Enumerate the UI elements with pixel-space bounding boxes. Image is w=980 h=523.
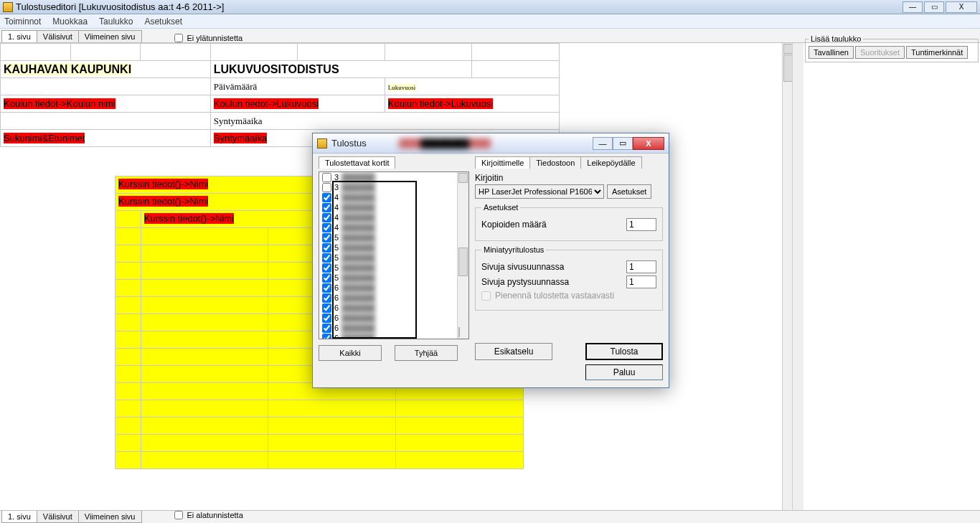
list-checkbox[interactable] (322, 243, 331, 253)
field-birth[interactable]: Syntymäaika (214, 133, 267, 143)
btn-preview[interactable]: Esikatselu (475, 343, 552, 360)
chk-shrink-input (481, 291, 491, 301)
cards-listbox[interactable]: 3 ██████ 3 ██████ 4 ██████ 4 ██████ 4 ██… (319, 171, 469, 339)
btn-clear-all[interactable]: Tyhjää (395, 345, 458, 361)
tab-middle-pages[interactable]: Välisivut (37, 30, 79, 42)
printer-select[interactable]: HP LaserJet Professional P1606dn (475, 184, 604, 199)
window-controls: — ▭ X (903, 1, 977, 13)
list-checkbox[interactable] (322, 303, 331, 313)
btn-performance-table: Suoritukset (855, 46, 905, 59)
org-name[interactable]: KAUHAVAN KAUPUNKI (4, 63, 131, 75)
main-titlebar: Tulostuseditori [Lukuvuositodistus aa:t … (0, 0, 980, 14)
tab-printable-cards[interactable]: Tulostettavat kortit (319, 156, 395, 169)
list-checkbox[interactable] (322, 324, 331, 333)
tab-first-page[interactable]: 1. sivu (1, 30, 37, 42)
scroll-thumb[interactable] (793, 43, 804, 258)
no-header-checkbox[interactable]: Ei ylätunnistetta (174, 34, 243, 42)
tab-to-file[interactable]: Tiedostoon (529, 156, 581, 169)
chk-shrink: Pienennä tulostetta vastaavasti (481, 291, 656, 301)
btn-printer-settings[interactable]: Asetukset (607, 184, 651, 199)
scroll-up-icon[interactable] (458, 173, 468, 183)
minimize-button[interactable]: — (903, 1, 923, 13)
group-settings: Asetukset Kopioiden määrä (475, 203, 663, 241)
tab-first-page-b[interactable]: 1. sivu (1, 511, 37, 523)
btn-hours-table[interactable]: Tuntimerkinnät (906, 46, 968, 59)
tab-middle-pages-b[interactable]: Välisivut (37, 511, 79, 523)
maximize-button[interactable]: ▭ (924, 1, 944, 13)
list-checkbox[interactable] (322, 314, 331, 323)
label-date: Päivämäärä (210, 78, 385, 95)
no-footer-checkbox[interactable]: Ei alatunnistetta (174, 511, 243, 519)
list-item[interactable]: 5 ██████ (319, 253, 457, 263)
outer-scrollbar[interactable] (792, 43, 804, 510)
list-item[interactable]: 4 ██████ (319, 192, 457, 202)
list-item[interactable]: 4 ██████ (319, 202, 457, 212)
list-checkbox[interactable] (322, 253, 331, 263)
list-item[interactable]: 6 ██████ (319, 303, 457, 313)
list-item[interactable]: 5 ██████ (319, 263, 457, 273)
label-birth: Syntymäaika (210, 113, 559, 130)
no-header-input[interactable] (174, 34, 183, 42)
list-scrollbar[interactable] (457, 172, 468, 339)
list-checkbox[interactable] (322, 183, 331, 192)
list-checkbox[interactable] (322, 173, 331, 182)
list-item[interactable]: 6 ██████ (319, 323, 457, 333)
field-school[interactable]: Koulun tiedot->Koulun nimi (4, 98, 116, 109)
label-pages-across: Sivuja sivusuunnassa (481, 262, 564, 272)
field-year-b[interactable]: Koulun tiedot->Lukuvuosi (388, 98, 493, 109)
menu-asetukset[interactable]: Asetukset (144, 17, 182, 27)
list-item[interactable]: 5 ██████ (319, 242, 457, 253)
list-item[interactable]: 3 ██████ (319, 172, 457, 182)
dialog-minimize-button[interactable]: — (593, 137, 613, 150)
tab-to-clipboard[interactable]: Leikepöydälle (580, 156, 641, 169)
list-checkbox[interactable] (322, 283, 331, 293)
menu-taulukko[interactable]: Taulukko (99, 17, 133, 27)
scroll-thumb[interactable] (458, 248, 468, 276)
menu-toiminnot[interactable]: Toiminnot (4, 17, 41, 27)
list-checkbox[interactable] (322, 263, 331, 273)
input-copies[interactable] (626, 218, 656, 231)
dialog-close-button[interactable]: X (633, 137, 664, 150)
field-course-3[interactable]: Kurssin tiedot()->Nimi (144, 213, 234, 224)
btn-select-all[interactable]: Kaikki (319, 345, 382, 361)
list-item[interactable]: 6 ██████ (319, 333, 457, 339)
btn-print[interactable]: Tulosta (585, 343, 663, 360)
list-item[interactable]: 6 ██████ (319, 313, 457, 323)
menubar: Toiminnot Muokkaa Taulukko Asetukset (0, 14, 980, 29)
list-checkbox[interactable] (322, 334, 331, 339)
list-item[interactable]: 5 ██████ (319, 273, 457, 283)
tab-last-page-b[interactable]: Viimeinen sivu (78, 511, 142, 523)
menu-muokkaa[interactable]: Muokkaa (52, 17, 88, 27)
field-course-2[interactable]: Kurssin tiedot()->Nimi (118, 196, 208, 207)
close-button[interactable]: X (946, 1, 977, 13)
btn-basic-table[interactable]: Tavallinen (809, 46, 854, 59)
list-checkbox[interactable] (322, 203, 331, 212)
list-item[interactable]: 6 ██████ (319, 293, 457, 303)
field-name[interactable]: Sukunimi&Etunimet (4, 133, 85, 143)
no-footer-input[interactable] (174, 511, 183, 519)
btn-return[interactable]: Paluu (585, 364, 663, 380)
tab-to-printer[interactable]: Kirjoittimelle (475, 156, 530, 169)
list-item[interactable]: 5 ██████ (319, 232, 457, 242)
cards-tabs: Tulostettavat kortit (319, 156, 469, 169)
input-pages-across[interactable] (626, 260, 656, 273)
list-checkbox[interactable] (322, 213, 331, 222)
list-checkbox[interactable] (322, 293, 331, 303)
field-course-1[interactable]: Kurssin tiedot()->Nimi (118, 179, 208, 189)
list-item[interactable]: 3 ██████ (319, 182, 457, 192)
doc-title[interactable]: LUKUVUOSITODISTUS (214, 63, 339, 75)
list-checkbox[interactable] (322, 193, 331, 202)
scroll-down-icon[interactable] (458, 327, 460, 337)
dialog-titlebar[interactable]: Tulostus ████████ — ▭ X (313, 133, 669, 154)
tab-last-page[interactable]: Viimeinen sivu (78, 30, 142, 42)
label-pages-down: Sivuja pystysuunnassa (481, 277, 569, 287)
list-item[interactable]: 4 ██████ (319, 212, 457, 222)
list-checkbox[interactable] (322, 273, 331, 283)
list-item[interactable]: 6 ██████ (319, 283, 457, 293)
field-year-a[interactable]: Koulun tiedot->Lukuvuosi (214, 98, 319, 109)
input-pages-down[interactable] (626, 275, 656, 288)
list-checkbox[interactable] (322, 223, 331, 232)
list-item[interactable]: 4 ██████ (319, 222, 457, 232)
list-checkbox[interactable] (322, 233, 331, 242)
dialog-maximize-button[interactable]: ▭ (613, 137, 633, 150)
